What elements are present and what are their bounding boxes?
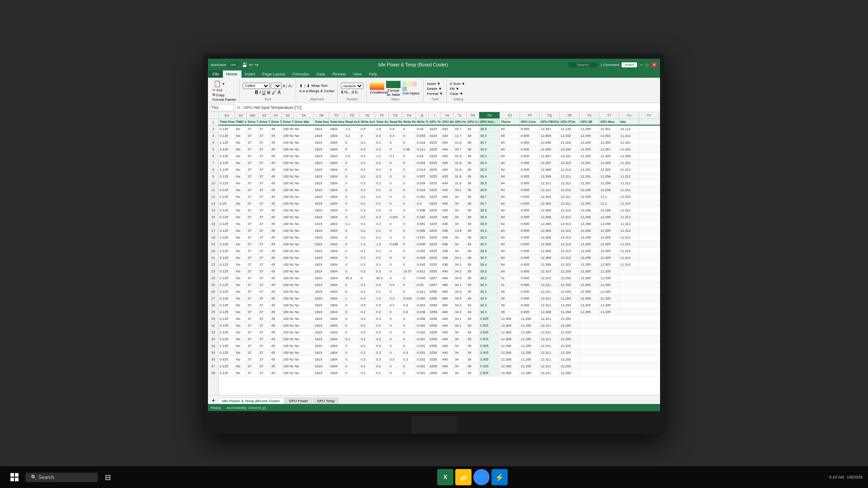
grid-cell[interactable]: 1604: [329, 336, 344, 342]
grid-cell[interactable]: No: [294, 363, 314, 369]
grid-cell[interactable]: 0.036: [389, 241, 402, 247]
grid-cell[interactable]: No: [235, 349, 247, 356]
grid-cell[interactable]: No: [294, 248, 314, 254]
grid-cell[interactable]: No: [235, 241, 247, 247]
grid-cell[interactable]: 37: [259, 180, 270, 186]
grid-cell[interactable]: No: [294, 146, 314, 152]
grid-cell[interactable]: 0: [389, 315, 402, 322]
grid-cell[interactable]: 100 No: [282, 166, 294, 173]
grid-cell[interactable]: No: [294, 126, 314, 132]
grid-cell[interactable]: 12,331: [560, 153, 580, 159]
grid-cell[interactable]: 440: [441, 329, 454, 335]
grid-cell[interactable]: 31: [500, 282, 520, 288]
grid-cell[interactable]: 11,314: [619, 248, 639, 254]
grid-cell[interactable]: 12,305: [580, 268, 599, 274]
grid-cell[interactable]: 1819: [314, 282, 329, 288]
grid-cell[interactable]: 0.125: [219, 132, 235, 139]
grid-cell[interactable]: 36: [467, 261, 479, 267]
grid-cell[interactable]: 34.3: [454, 295, 467, 301]
grid-cell[interactable]: 0.031: [416, 343, 429, 349]
grid-cell[interactable]: 1819: [314, 288, 329, 295]
grid-cell[interactable]: 12,308: [500, 322, 520, 328]
grid-cell[interactable]: 435: [441, 207, 454, 213]
grid-cell[interactable]: 36: [467, 214, 479, 220]
grid-cell[interactable]: 38.3: [479, 268, 500, 274]
grid-cell[interactable]: 12,308: [500, 356, 520, 362]
grid-cell[interactable]: 11.7: [454, 132, 467, 139]
grid-cell[interactable]: 100 No: [282, 200, 294, 206]
grid-cell[interactable]: 37: [259, 248, 270, 254]
grid-cell[interactable]: 12,308: [540, 248, 560, 254]
grid-cell[interactable]: 100 No: [282, 309, 294, 315]
grid-cell[interactable]: 11,331: [619, 146, 639, 152]
format-painter-button[interactable]: Format Painter: [212, 98, 236, 102]
grid-cell[interactable]: 0: [402, 336, 416, 342]
grid-cell[interactable]: 1604: [329, 146, 344, 152]
grid-cell[interactable]: 12,307: [540, 160, 560, 166]
grid-cell[interactable]: 3225: [429, 227, 441, 234]
grid-cell[interactable]: 38.4: [479, 153, 500, 159]
grid-cell[interactable]: No: [294, 153, 314, 159]
grid-cell[interactable]: 12,298: [580, 207, 599, 213]
grid-cell[interactable]: 1.8: [375, 126, 389, 132]
grid-cell[interactable]: 3225: [429, 166, 441, 173]
grid-cell[interactable]: 12,900: [540, 132, 560, 139]
grid-cell[interactable]: 0: [402, 180, 416, 186]
grid-cell[interactable]: 45: [270, 227, 282, 234]
grid-cell[interactable]: 12,308: [540, 214, 560, 220]
grid-cell[interactable]: 0.2: [360, 146, 375, 152]
grid-cell[interactable]: 480: [441, 302, 454, 308]
grid-cell[interactable]: No: [235, 200, 247, 206]
grid-cell[interactable]: No: [294, 139, 314, 145]
grid-cell[interactable]: 1604: [329, 309, 344, 315]
grid-cell[interactable]: No: [294, 160, 314, 166]
grid-cell[interactable]: 0: [402, 193, 416, 200]
grid-cell[interactable]: 0.905: [520, 254, 540, 261]
grid-cell[interactable]: 0.003: [416, 302, 429, 308]
grid-cell[interactable]: 11,315: [619, 200, 639, 206]
grid-cell[interactable]: 0.905: [520, 132, 540, 139]
grid-cell[interactable]: No: [235, 166, 247, 173]
grid-cell[interactable]: 1819: [314, 180, 329, 186]
grid-cell[interactable]: 1604: [329, 370, 344, 376]
grid-cell[interactable]: 12,291: [580, 160, 599, 166]
share-btn[interactable]: Share: [622, 62, 637, 67]
grid-cell[interactable]: 12,305: [580, 302, 599, 308]
grid-cell[interactable]: 34: [467, 295, 479, 301]
grid-cell[interactable]: 38.3: [479, 282, 500, 288]
minimize-btn[interactable]: ─: [640, 62, 643, 67]
grid-cell[interactable]: 0: [402, 322, 416, 328]
align-right-btn[interactable]: ≡: [306, 89, 308, 94]
grid-cell[interactable]: 100 No: [282, 153, 294, 159]
grid-cell[interactable]: 39: [500, 302, 520, 308]
grid-cell[interactable]: 0.031: [416, 349, 429, 356]
sum-btn[interactable]: Σ Sum ▼: [450, 82, 467, 86]
grid-cell[interactable]: 1819: [314, 234, 329, 240]
col-header-tt[interactable]: TT: [599, 112, 619, 118]
grid-cell[interactable]: 0: [402, 187, 416, 193]
grid-cell[interactable]: 45: [270, 315, 282, 322]
grid-cell[interactable]: 0.905: [520, 146, 540, 152]
grid-cell[interactable]: 100 No: [282, 187, 294, 193]
grid-cell[interactable]: No: [235, 234, 247, 240]
grid-cell[interactable]: 39: [500, 309, 520, 315]
grid-cell[interactable]: 12,1: [599, 200, 619, 206]
grid-cell[interactable]: No: [235, 207, 247, 213]
grid-cell[interactable]: 12,315: [540, 268, 560, 274]
grid-cell[interactable]: 37: [247, 329, 259, 335]
grid-cell[interactable]: 37: [259, 370, 270, 376]
grid-cell[interactable]: 1604: [329, 126, 344, 132]
header-cell-19[interactable]: GPU Hot...: [479, 119, 500, 125]
grid-cell[interactable]: 3256: [429, 370, 441, 376]
grid-cell[interactable]: 100 No: [282, 349, 294, 356]
grid-cell[interactable]: 0.905: [520, 234, 540, 240]
grid-cell[interactable]: 84: [500, 221, 520, 227]
grid-cell[interactable]: 11,335: [599, 295, 619, 301]
grid-cell[interactable]: 12,305: [599, 227, 619, 234]
grid-cell[interactable]: 37: [259, 173, 270, 179]
grid-cell[interactable]: 45: [270, 336, 282, 342]
taskbar-app-icon[interactable]: ⚡: [491, 469, 508, 485]
grid-cell[interactable]: 84: [500, 227, 520, 234]
grid-cell[interactable]: 36: [467, 207, 479, 213]
grid-cell[interactable]: 38.5: [479, 132, 500, 139]
